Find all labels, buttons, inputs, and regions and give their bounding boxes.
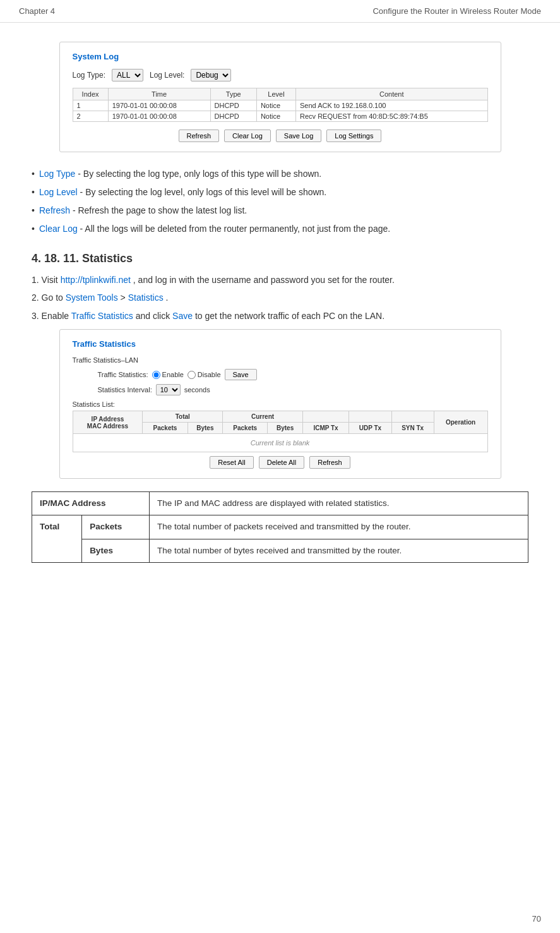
col-level: Level <box>256 88 295 100</box>
step-2-separator: > <box>121 292 128 303</box>
log-table-row: 11970-01-01 00:00:08DHCPDNoticeSend ACK … <box>73 100 487 111</box>
step-2-end: . <box>166 292 169 303</box>
enable-radio-label: Enable <box>152 371 184 379</box>
col-index: Index <box>73 88 108 100</box>
log-cell-2: DHCPD <box>210 111 256 122</box>
step-2-number: 2. Go to <box>32 292 66 303</box>
log-cell-0: 2 <box>73 111 108 122</box>
traffic-lan-label: Traffic Statistics–LAN <box>73 356 488 364</box>
stats-col-total: Total <box>143 411 223 423</box>
page-number: 70 <box>532 914 541 924</box>
step-1-link[interactable]: http://tplinkwifi.net <box>61 275 131 285</box>
log-level-label: Log Level: <box>150 71 184 80</box>
delete-all-button[interactable]: Delete All <box>259 456 304 469</box>
bullet-term-log-level: Log Level <box>39 187 78 197</box>
log-table: Index Time Type Level Content 11970-01-0… <box>73 88 488 122</box>
disable-radio[interactable] <box>188 371 196 379</box>
col-type: Type <box>210 88 256 100</box>
log-type-row: Log Type: ALL Log Level: Debug <box>73 69 488 81</box>
traffic-save-button[interactable]: Save <box>225 369 257 380</box>
bullet-term-log-type: Log Type <box>39 169 75 179</box>
bullet-clear-log: Clear Log - All the logs will be deleted… <box>32 220 528 238</box>
stats-col-operation: Operation <box>434 411 487 434</box>
bullet-refresh: Refresh - Refresh the page to show the l… <box>32 202 528 220</box>
info-ipmac-desc: The IP and MAC address are displayed wit… <box>150 492 528 515</box>
section-heading: 4. 18. 11. Statistics <box>32 252 528 265</box>
bullet-log-level: Log Level - By selecting the log level, … <box>32 183 528 202</box>
section-number: 4. 18. 11. <box>32 252 79 265</box>
traffic-stats-label: Traffic Statistics: <box>98 371 148 378</box>
traffic-refresh-button[interactable]: Refresh <box>309 456 350 469</box>
disable-radio-label: Disable <box>188 371 221 379</box>
step-3-end: to get the network traffic of each PC on… <box>195 311 384 321</box>
stats-col-icmp <box>302 411 349 423</box>
page-footer: 70 <box>532 914 541 924</box>
refresh-button[interactable]: Refresh <box>179 129 220 142</box>
step-1-rest: , and log in with the username and passw… <box>133 275 395 285</box>
info-ipmac-label: IP/MAC Address <box>32 492 150 515</box>
stats-table: IP AddressMAC Address Total Current Oper… <box>73 411 488 452</box>
stats-sub-cur-bytes: Bytes <box>268 423 303 434</box>
log-type-label: Log Type: <box>73 71 106 80</box>
info-bytes-label: Bytes <box>82 539 150 562</box>
stats-sub-icmp: ICMP Tx <box>302 423 349 434</box>
bullet-text-log-type: - By selecting the log type, only logs o… <box>78 169 321 179</box>
stats-sub-total-packets: Packets <box>143 423 188 434</box>
step-2: 2. Go to System Tools > Statistics . <box>32 291 528 304</box>
page-header: Chapter 4 Configure the Router in Wirele… <box>0 0 560 23</box>
step-3-mid: and click <box>136 311 172 321</box>
info-packets-desc: The total number of packets received and… <box>150 515 528 539</box>
bullet-text-log-level: - By selecting the log level, only logs … <box>80 187 327 197</box>
chapter-label: Chapter 4 <box>19 6 55 16</box>
traffic-btn-row: Reset All Delete All Refresh <box>73 456 488 469</box>
info-packets-label: Packets <box>82 515 150 539</box>
log-cell-1: 1970-01-01 00:00:08 <box>108 111 210 122</box>
stats-interval-select[interactable]: 10 <box>156 384 181 395</box>
bullet-term-clear-log: Clear Log <box>39 224 78 234</box>
stats-sub-total-bytes: Bytes <box>188 423 223 434</box>
clear-log-button[interactable]: Clear Log <box>224 129 271 142</box>
page-title: Configure the Router in Wireless Router … <box>372 6 541 16</box>
log-cell-3: Notice <box>256 100 295 111</box>
info-row-total-packets: Total Packets The total number of packet… <box>32 515 528 539</box>
log-type-select[interactable]: ALL <box>112 69 143 81</box>
stats-col-ip-mac: IP AddressMAC Address <box>73 411 143 434</box>
stats-sub-syn: SYN Tx <box>391 423 434 434</box>
bullet-text-refresh: - Refresh the page to show the latest lo… <box>73 205 247 215</box>
reset-all-button[interactable]: Reset All <box>210 456 253 469</box>
disable-label: Disable <box>198 371 221 378</box>
col-time: Time <box>108 88 210 100</box>
info-row-total-bytes: Bytes The total number of bytes received… <box>32 539 528 562</box>
log-table-row: 21970-01-01 00:00:08DHCPDNoticeRecv REQU… <box>73 111 487 122</box>
stats-interval-label: Statistics Interval: <box>98 386 152 394</box>
step-2-system-tools: System Tools <box>66 292 118 303</box>
stats-interval-row: Statistics Interval: 10 seconds <box>73 384 488 395</box>
info-total-label: Total <box>32 515 82 563</box>
step-3: 3. Enable Traffic Statistics and click S… <box>32 309 528 323</box>
step-1-number: 1. Visit <box>32 275 61 285</box>
log-cell-0: 1 <box>73 100 108 111</box>
section-title: Statistics <box>82 252 133 265</box>
log-cell-4: Send ACK to 192.168.0.100 <box>296 100 487 111</box>
system-log-title: System Log <box>73 52 488 61</box>
step-3-save: Save <box>172 311 193 321</box>
stats-col-syn <box>391 411 434 423</box>
system-log-box: System Log Log Type: ALL Log Level: Debu… <box>59 42 501 152</box>
bullet-term-refresh: Refresh <box>39 205 70 215</box>
info-bytes-desc: The total number of bytes received and t… <box>150 539 528 562</box>
log-settings-button[interactable]: Log Settings <box>326 129 381 142</box>
traffic-stats-enable-row: Traffic Statistics: Enable Disable Save <box>73 369 488 380</box>
enable-radio[interactable] <box>152 371 160 379</box>
step-2-statistics: Statistics <box>128 292 164 303</box>
log-cell-1: 1970-01-01 00:00:08 <box>108 100 210 111</box>
log-cell-3: Notice <box>256 111 295 122</box>
log-button-row: Refresh Clear Log Save Log Log Settings <box>73 129 488 142</box>
stats-interval-unit: seconds <box>184 386 210 394</box>
log-level-select[interactable]: Debug <box>191 69 231 81</box>
bullet-log-type: Log Type - By selecting the log type, on… <box>32 165 528 183</box>
stats-col-udp <box>349 411 392 423</box>
stats-col-current: Current <box>223 411 303 423</box>
info-table: IP/MAC Address The IP and MAC address ar… <box>32 491 528 563</box>
stats-sub-cur-packets: Packets <box>223 423 268 434</box>
save-log-button[interactable]: Save Log <box>276 129 321 142</box>
